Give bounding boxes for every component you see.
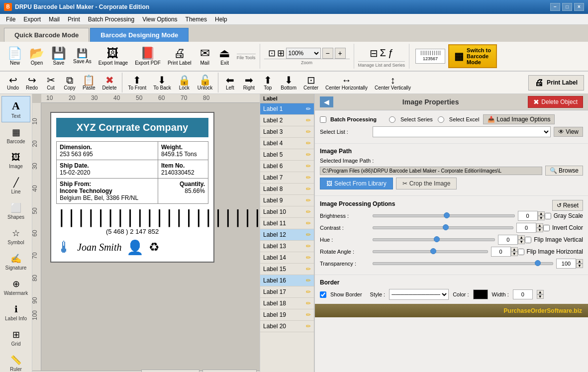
label-item-20[interactable]: Label 20 ✏ xyxy=(260,321,314,332)
edit-icon-1[interactable]: ✏ xyxy=(306,105,311,112)
browse-button[interactable]: 🔍 Browse xyxy=(545,166,583,176)
border-width-down[interactable]: ▼ xyxy=(537,294,544,299)
menu-batch[interactable]: Batch Processing xyxy=(84,15,138,24)
label-item-10[interactable]: Label 10 ✏ xyxy=(260,206,314,218)
select-series-radio[interactable] xyxy=(389,116,395,123)
copy-button[interactable]: ⧉ Copy xyxy=(61,73,79,93)
zoom-select[interactable]: 100%50%75%125%150% xyxy=(286,48,321,59)
edit-icon-17[interactable]: ✏ xyxy=(306,288,311,295)
unlock-button[interactable]: 🔓 Unlock xyxy=(195,73,216,93)
label-item-1[interactable]: Label 1 ✏ xyxy=(260,103,314,115)
align-top-button[interactable]: ⬆ Top xyxy=(259,73,277,93)
window-controls[interactable]: − □ × xyxy=(550,3,584,11)
transparency-track[interactable] xyxy=(373,262,553,265)
rotate-down[interactable]: ▼ xyxy=(511,252,518,256)
manage-icon-3[interactable]: ƒ xyxy=(388,47,393,59)
cut-button[interactable]: ✂ Cut xyxy=(42,73,60,93)
edit-icon-20[interactable]: ✏ xyxy=(306,323,311,330)
brightness-up[interactable]: ▲ xyxy=(538,211,545,216)
transparency-down[interactable]: ▼ xyxy=(576,264,583,268)
zoom-out-button[interactable]: − xyxy=(322,48,333,59)
label-item-2[interactable]: Label 2 ✏ xyxy=(260,115,314,126)
tab-barcode-designing[interactable]: Barcode Designing Mode xyxy=(90,28,189,42)
border-width-up[interactable]: ▲ xyxy=(537,290,544,294)
rotate-track[interactable] xyxy=(373,250,488,253)
export-image-button[interactable]: 🖼 Export Image xyxy=(95,45,131,68)
label-item-19[interactable]: Label 19 ✏ xyxy=(260,309,314,321)
edit-icon-5[interactable]: ✏ xyxy=(306,151,311,158)
label-item-8[interactable]: Label 8 ✏ xyxy=(260,184,314,195)
rotate-input[interactable] xyxy=(491,247,511,257)
browse-excel-button[interactable]: 📊 Browse Excel File xyxy=(141,370,199,372)
exit-button[interactable]: ⏏ Exit xyxy=(215,45,235,68)
tool-shapes[interactable]: ⬜ Shapes xyxy=(1,199,30,223)
label-item-15[interactable]: Label 15 ✏ xyxy=(260,264,314,275)
label-item-9[interactable]: Label 9 ✏ xyxy=(260,195,314,206)
hue-down[interactable]: ▼ xyxy=(518,240,525,244)
edit-icon-19[interactable]: ✏ xyxy=(306,311,311,318)
tool-watermark[interactable]: ⊕ Watermark xyxy=(1,275,30,299)
load-image-options-button[interactable]: 📥 Load Image Options xyxy=(483,114,555,124)
edit-icon-8[interactable]: ✏ xyxy=(306,186,311,192)
label-item-7[interactable]: Label 7 ✏ xyxy=(260,172,314,184)
align-right-button[interactable]: ➡ Right xyxy=(240,73,258,93)
tool-text[interactable]: A Text xyxy=(1,96,30,122)
tool-line[interactable]: ╱ Line xyxy=(1,174,30,198)
zoom-actual-icon[interactable]: ⊞ xyxy=(277,48,285,59)
tab-quick-barcode[interactable]: Quick Barcode Mode xyxy=(4,28,89,42)
batch-processing-checkbox[interactable] xyxy=(320,116,326,123)
gray-scale-checkbox[interactable] xyxy=(545,213,551,219)
label-item-16[interactable]: Label 16 ✏ xyxy=(260,275,314,286)
menu-print[interactable]: Print xyxy=(64,15,84,24)
edit-icon-4[interactable]: ✏ xyxy=(306,140,311,147)
label-item-11[interactable]: Label 11 ✏ xyxy=(260,218,314,229)
label-item-17[interactable]: Label 17 ✏ xyxy=(260,286,314,298)
tool-signature[interactable]: ✍ Signature xyxy=(1,250,30,274)
select-excel-radio[interactable] xyxy=(438,116,444,123)
brightness-down[interactable]: ▼ xyxy=(538,216,545,220)
flip-vertical-checkbox[interactable] xyxy=(525,237,531,243)
edit-icon-6[interactable]: ✏ xyxy=(306,163,311,170)
contrast-input[interactable] xyxy=(516,223,536,233)
label-item-6[interactable]: Label 6 ✏ xyxy=(260,161,314,172)
hue-up[interactable]: ▲ xyxy=(518,235,525,240)
select-list-dropdown[interactable] xyxy=(373,126,551,137)
edit-icon-15[interactable]: ✏ xyxy=(306,266,311,273)
lock-button[interactable]: 🔒 Lock xyxy=(175,73,194,93)
border-style-select[interactable]: ──────────── - - - - - - - ··········· xyxy=(389,289,449,300)
brightness-thumb[interactable] xyxy=(444,212,450,218)
edit-icon-9[interactable]: ✏ xyxy=(306,197,311,204)
edit-icon-16[interactable]: ✏ xyxy=(306,277,311,284)
close-btn[interactable]: × xyxy=(574,3,584,11)
edit-icon-14[interactable]: ✏ xyxy=(306,254,311,261)
reset-button[interactable]: ↺ Reset xyxy=(552,200,583,211)
center-button[interactable]: ⊡ Center xyxy=(300,73,321,93)
flip-horizontal-checkbox[interactable] xyxy=(518,249,524,255)
zoom-fit-icon[interactable]: ⊡ xyxy=(268,48,276,59)
to-back-button[interactable]: ⬇ To Back xyxy=(150,73,174,93)
paste-button[interactable]: 📋 Paste xyxy=(80,73,98,93)
delete-object-button[interactable]: ✖ Delete Object xyxy=(528,96,583,108)
label-item-18[interactable]: Label 18 ✏ xyxy=(260,298,314,309)
edit-icon-13[interactable]: ✏ xyxy=(306,243,311,250)
transparency-thumb[interactable] xyxy=(535,260,541,266)
edit-icon-11[interactable]: ✏ xyxy=(306,220,311,227)
redo-button[interactable]: ↪ Redo xyxy=(23,73,41,93)
center-v-button[interactable]: ↕ Center Vertically xyxy=(372,73,414,93)
undo-button[interactable]: ↩ Undo xyxy=(4,73,22,93)
label-item-3[interactable]: Label 3 ✏ xyxy=(260,126,314,138)
edit-icon-3[interactable]: ✏ xyxy=(306,128,311,135)
label-item-13[interactable]: Label 13 ✏ xyxy=(260,241,314,252)
contrast-up[interactable]: ▲ xyxy=(536,223,543,228)
menu-help[interactable]: Help xyxy=(211,15,231,24)
open-button[interactable]: 📂 Open xyxy=(26,45,48,68)
border-width-input[interactable] xyxy=(513,289,533,299)
hue-input[interactable] xyxy=(498,235,518,245)
crop-image-button[interactable]: ✂ Crop the Image xyxy=(396,178,457,189)
tool-barcode[interactable]: ▦ Barcode xyxy=(1,123,30,148)
transparency-input[interactable] xyxy=(556,259,576,269)
view-button[interactable]: 👁 View xyxy=(554,127,583,137)
menu-mail[interactable]: Mail xyxy=(45,15,64,24)
invert-color-checkbox[interactable] xyxy=(543,225,550,231)
tool-label-info[interactable]: ℹ Label Info xyxy=(1,300,30,325)
